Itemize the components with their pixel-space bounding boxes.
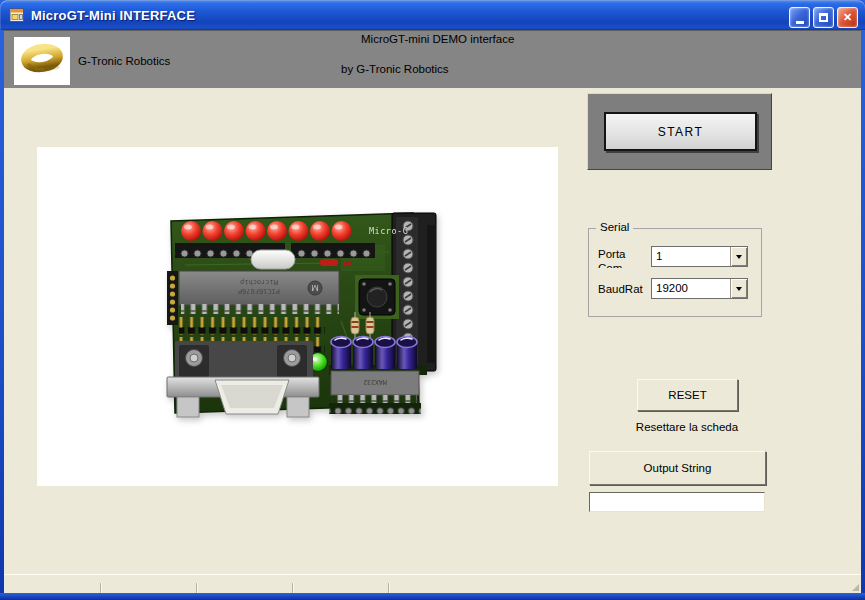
- port-combobox-dropdown-button[interactable]: [730, 247, 747, 266]
- window-bottom-border: [0, 593, 865, 600]
- baud-label: BaudRat: [598, 283, 643, 295]
- minimize-button[interactable]: [789, 7, 810, 28]
- db9-connector: [167, 341, 319, 417]
- tactile-button: [355, 275, 399, 319]
- left-pin-header: [167, 271, 178, 325]
- pcb-board-image: Micro-G PIC16F876P Microchip: [165, 201, 449, 421]
- status-bar: [4, 574, 861, 593]
- port-combobox-value: 1: [652, 247, 730, 266]
- port-label: Porta: [598, 248, 626, 260]
- brand-label: G-Tronic Robotics: [78, 55, 170, 67]
- window-controls: ✕: [789, 7, 858, 28]
- window-title: MicroGT-Mini INTERFACE: [31, 8, 195, 23]
- mcu-chip: PIC16F876P Microchip M: [179, 271, 339, 314]
- minimize-icon: [796, 21, 804, 24]
- silkscreen-text: Micro-G: [369, 226, 408, 236]
- maximize-button[interactable]: [813, 7, 834, 28]
- app-window: MicroGT-Mini INTERFACE ✕ G-Tronic Roboti…: [0, 0, 865, 600]
- mcu-logo: M: [311, 283, 319, 293]
- title-bar[interactable]: MicroGT-Mini INTERFACE ✕: [0, 0, 865, 30]
- reset-button[interactable]: RESET: [637, 379, 738, 411]
- port-label-clipped: Com: [598, 263, 622, 268]
- serial-legend: Serial: [596, 221, 633, 233]
- chevron-down-icon: [736, 287, 742, 291]
- board-picture-panel: Micro-G PIC16F876P Microchip: [37, 147, 558, 486]
- mcu-label-line1: PIC16F876P: [238, 287, 280, 295]
- gold-ring-icon: [14, 37, 70, 85]
- header-band: G-Tronic Robotics MicroGT-mini DEMO inte…: [4, 30, 861, 88]
- crystal-oscillator: [251, 250, 295, 269]
- serial-driver-chip: MAX232: [329, 371, 421, 414]
- serial-groupbox: [588, 228, 762, 317]
- baud-combobox-dropdown-button[interactable]: [730, 279, 747, 298]
- maximize-icon: [819, 13, 828, 22]
- output-string-field[interactable]: [589, 492, 765, 512]
- baud-combobox-value: 19200: [652, 279, 730, 298]
- serial-chip-label: MAX232: [363, 378, 387, 386]
- start-panel: START: [587, 93, 772, 170]
- baud-combobox[interactable]: 19200: [651, 278, 748, 299]
- mcu-label-line2: Microchip: [240, 278, 278, 286]
- start-button[interactable]: START: [604, 112, 757, 151]
- chevron-down-icon: [736, 255, 742, 259]
- demo-title: MicroGT-mini DEMO interface: [361, 33, 514, 45]
- company-logo: [14, 37, 70, 85]
- port-combobox[interactable]: 1: [651, 246, 748, 267]
- app-form-icon: [9, 7, 25, 23]
- output-string-button[interactable]: Output String: [589, 451, 766, 485]
- close-icon: ✕: [843, 11, 852, 24]
- resize-grip-icon[interactable]: [852, 584, 859, 591]
- demo-subtitle: by G-Tronic Robotics: [341, 63, 449, 75]
- reset-caption: Resettare la scheda: [617, 421, 757, 433]
- close-button[interactable]: ✕: [837, 7, 858, 28]
